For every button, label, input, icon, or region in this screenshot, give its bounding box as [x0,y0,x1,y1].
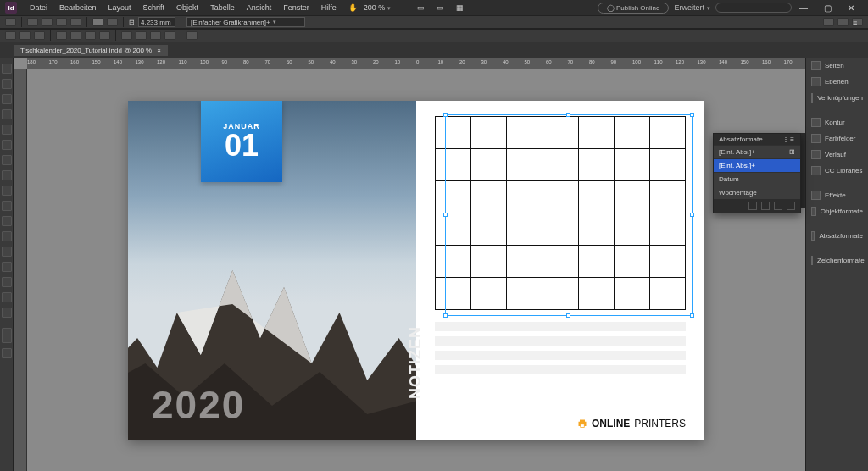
calendar-cell[interactable] [436,278,471,310]
calendar-cell[interactable] [578,181,614,213]
window-close[interactable]: ✕ [839,3,863,13]
calendar-cell[interactable] [649,246,685,278]
calendar-cell[interactable] [614,117,649,149]
paragraph-style-row[interactable]: [Einf. Abs.]+⊞ [714,145,800,158]
pasteboard[interactable]: JANUAR 01 2020 NOTIZ [27,69,805,471]
calendar-cell[interactable] [614,213,649,246]
dock-item-verknüpfungen[interactable]: Verknüpfungen [806,90,868,106]
ref-point-icon[interactable] [5,18,16,26]
calendar-cell[interactable] [507,246,542,278]
calendar-cell[interactable] [649,181,685,213]
ctrl-icon[interactable] [164,31,175,40]
new-group-icon[interactable] [761,202,770,210]
calendar-cell[interactable] [507,149,542,181]
menu-file[interactable]: Datei [24,3,53,12]
ctrl-icon[interactable] [150,31,161,40]
dock-item-kontur[interactable]: Kontur [806,114,868,130]
window-minimize[interactable]: — [792,3,815,13]
pen-tool[interactable] [2,155,12,165]
menu-object[interactable]: Objekt [170,3,204,12]
calendar-cell[interactable] [507,278,542,310]
note-tool[interactable] [2,262,12,272]
ctrl-icon[interactable] [136,31,147,40]
calendar-cell[interactable] [578,117,614,149]
ctrl-icon[interactable] [186,31,198,40]
calendar-cell[interactable] [542,278,578,310]
calendar-cell[interactable] [578,246,614,278]
ctrl-icon[interactable] [34,31,45,40]
calendar-cell[interactable] [578,149,614,181]
clear-overrides-icon[interactable] [748,202,757,210]
menu-layout[interactable]: Layout [103,3,137,12]
dock-item-absatzformate[interactable]: Absatzformate [806,228,868,244]
calendar-cell[interactable] [649,278,685,310]
document-tab-close[interactable]: × [157,47,161,54]
calendar-cell[interactable] [471,149,507,181]
calendar-cell[interactable] [578,213,614,246]
menu-help[interactable]: Hilfe [315,3,342,12]
dock-item-seiten[interactable]: Seiten [806,58,868,74]
calendar-cell[interactable] [542,246,578,278]
screen-mode-toggle[interactable] [2,348,12,358]
document-tab[interactable]: Tischkalender_2020_Tutorial.indd @ 200 %… [14,45,168,56]
calendar-grid[interactable] [435,116,686,310]
menu-view[interactable]: Ansicht [241,3,278,12]
ctrl-icon[interactable] [70,18,81,26]
line-tool[interactable] [2,140,12,150]
ctrl-icon[interactable] [56,31,67,40]
zoom-dropdown[interactable]: 200 % [364,3,411,12]
calendar-cell[interactable] [471,213,507,246]
new-style-icon[interactable] [774,202,782,210]
free-transform-tool[interactable] [2,231,12,241]
rectangle-tool[interactable] [2,201,12,211]
paragraph-style-row[interactable]: Wochentage [714,186,800,199]
canvas[interactable]: 1801701601501401301201101009080706050403… [14,58,805,471]
calendar-cell[interactable] [542,149,578,181]
dock-item-farbfelder[interactable]: Farbfelder [806,130,868,147]
search-input[interactable] [715,3,792,13]
paragraph-style-row[interactable]: [Einf. Abs.]+ [714,158,800,172]
ctrl-icon[interactable] [85,31,96,40]
panel-menu-icon[interactable]: ≡ [852,18,863,26]
calendar-cell[interactable] [471,181,507,213]
calendar-cell[interactable] [507,181,542,213]
eyedropper-tool[interactable] [2,277,12,287]
calendar-cell[interactable] [436,213,471,246]
dock-item-verlauf[interactable]: Verlauf [806,147,868,163]
gradient-tool[interactable] [2,247,12,257]
calendar-cell[interactable] [507,213,542,246]
dock-item-objektformate[interactable]: Objektformate [806,203,868,219]
fill-stroke-toggle[interactable] [2,328,12,343]
ctrl-icon[interactable] [121,31,132,40]
workspace-switcher[interactable]: Erweitert [669,3,715,12]
calendar-cell[interactable] [578,278,614,310]
calendar-cell[interactable] [436,246,471,278]
object-style-dropdown[interactable]: [Einfacher Grafikrahmen]+ [186,17,305,27]
panel-tab-strip[interactable] [801,133,805,208]
rectangle-frame-tool[interactable] [2,186,12,196]
dock-item-zeichenformate[interactable]: Zeichenformate [806,252,868,269]
ctrl-icon[interactable] [837,18,849,26]
panel-menu-icon[interactable]: ⋮≡ [782,136,795,143]
calendar-cell[interactable] [649,149,685,181]
ctrl-icon[interactable] [5,31,16,40]
ctrl-icon[interactable] [19,31,31,40]
ctrl-icon[interactable] [27,18,38,26]
hand-tool[interactable] [2,292,12,302]
dock-item-ebenen[interactable]: Ebenen [806,74,868,90]
calendar-cell[interactable] [471,246,507,278]
calendar-cell[interactable] [471,278,507,310]
scissors-tool[interactable] [2,216,12,226]
paragraph-style-row[interactable]: Datum [714,172,800,186]
zoom-tool[interactable] [2,308,12,318]
calendar-cell[interactable] [614,278,649,310]
calendar-cell[interactable] [649,213,685,246]
calendar-cell[interactable] [507,117,542,149]
ctrl-icon[interactable] [99,31,110,40]
panel-header[interactable]: Absatzformate ⋮≡ [714,134,800,145]
menu-window[interactable]: Fenster [277,3,315,12]
stroke-weight-input[interactable] [138,17,175,27]
gap-tool[interactable] [2,109,12,119]
menu-edit[interactable]: Bearbeiten [53,3,103,12]
view-toggle2-icon[interactable]: ▭ [431,3,450,12]
